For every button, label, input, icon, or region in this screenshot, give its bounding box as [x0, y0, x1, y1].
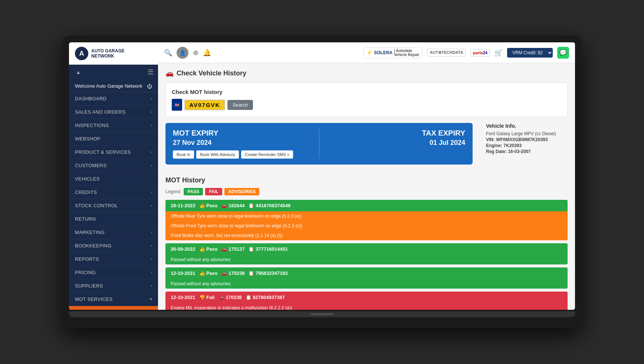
laptop-screen: A AUTO GARAGE NETWORK ▲ ☰ Welcome Auto G… [69, 42, 575, 310]
parts-badge: parts24 [470, 49, 490, 56]
mot-record-4-header: 12-10-2021 👎 Fail 🚗 170238 📋 82780493738… [165, 292, 568, 303]
sidebar-item-vehicles[interactable]: VEHICLES [69, 172, 158, 186]
chevron-icon: › [151, 190, 152, 194]
sidebar-item-products[interactable]: PRODUCT & SERVICES › [69, 146, 158, 159]
record-4-date: 12-10-2021 [171, 295, 196, 300]
bell-icon[interactable]: 🔔 [203, 49, 211, 57]
mot-left: MOT EXPIRY 27 Nov 2024 Book In Book With… [173, 129, 308, 159]
hamburger-icon[interactable]: ☰ [148, 68, 154, 76]
reminder-sms-button[interactable]: Create Reminder SMS » [241, 150, 293, 159]
page-area: 🚗 Check Vehicle History Check MOT histor… [158, 63, 575, 310]
page-title: Check Vehicle History [177, 69, 246, 77]
record-1-detail-3: Front Brake disc worn, but not excessive… [165, 231, 568, 240]
sidebar-item-mot-history-check[interactable]: Mot History Check [69, 306, 158, 310]
car-icon: 🚗 [165, 69, 174, 77]
mot-expiry-date: 27 Nov 2024 [173, 139, 308, 147]
legend-fail: FAIL [205, 188, 222, 195]
autotech-badge: AUT⊕TECHDATA [427, 49, 466, 56]
record-3-date: 12-10-2021 [171, 270, 196, 276]
chevron-icon: › [151, 270, 152, 274]
record-1-detail-1: Offside Rear Tyre worn close to legal li… [165, 211, 568, 221]
laptop-frame: A AUTO GARAGE NETWORK ▲ ☰ Welcome Auto G… [62, 36, 582, 328]
mot-history-section: MOT History Legend: PASS FAIL ADVISORIES… [165, 176, 568, 310]
record-2-thumb: 👍 Pass [199, 246, 218, 252]
record-3-thumb: 👍 Pass [199, 270, 218, 276]
record-4-detail-1: Engine MIL inoperative or indicates a ma… [165, 303, 568, 310]
record-1-thumb: 👍 Pass [199, 203, 218, 208]
mot-right: TAX EXPIRY 01 Jul 2024 [331, 129, 466, 159]
cart-icon[interactable]: 🛒 [494, 49, 503, 57]
legend-pass: PASS [184, 188, 203, 195]
vehicle-engine: Engine: 7K20393 [486, 143, 568, 148]
plate-input[interactable] [184, 100, 225, 110]
record-3-detail-1: Passed without any advisories [165, 279, 568, 289]
mot-record-1: 28-11-2023 👍 Pass 🚗 182644 📋 44167063745… [165, 200, 568, 240]
sidebar-item-stock[interactable]: STOCK CONTROL › [69, 199, 158, 212]
search-bar: 🇬🇧 Search [172, 99, 561, 111]
check-mot-box: Check MOT history 🇬🇧 Search [165, 82, 568, 117]
record-2-detail-1: Passed without any advisories [165, 255, 568, 264]
add-icon[interactable]: ⊕ [193, 49, 198, 57]
mot-banner: MOT EXPIRY 27 Nov 2024 Book In Book With… [165, 123, 473, 165]
sidebar-item-customers[interactable]: CUSTOMERS › [69, 159, 158, 172]
sidebar-item-bookkeeping[interactable]: BOOKKEEPING › [69, 239, 158, 253]
tax-expiry-date: 01 Jul 2024 [331, 139, 466, 147]
sidebar-item-inspections[interactable]: INSPECTIONS › [69, 119, 158, 132]
mot-record-4: 12-10-2021 👎 Fail 🚗 170238 📋 82780493738… [165, 292, 568, 310]
record-4-mileage: 🚗 170238 [218, 295, 242, 300]
topbar: 🔍 👤 ⊕ 🔔 ⚡ SOLERA | AutodataVehicle Repai… [158, 42, 575, 63]
book-in-button[interactable]: Book In [173, 150, 194, 159]
check-mot-title: Check MOT history [172, 89, 561, 95]
mot-divider [319, 129, 319, 159]
chevron-icon: › [151, 163, 152, 168]
sidebar: A AUTO GARAGE NETWORK ▲ ☰ Welcome Auto G… [69, 42, 158, 310]
chevron-icon: › [151, 257, 152, 261]
logo-text: AUTO GARAGE NETWORK [91, 48, 125, 59]
power-icon[interactable]: ⏻ [147, 83, 152, 89]
mot-record-2-header: 26-09-2022 👍 Pass 🚗 175137 📋 37771601445… [165, 243, 568, 255]
record-1-mileage: 🚗 182644 [221, 203, 244, 208]
record-3-mileage: 🚗 170238 [221, 270, 244, 276]
sidebar-item-mot-services[interactable]: MOT SERVICES ▾ [69, 293, 158, 306]
chevron-icon: › [151, 203, 152, 208]
book-advisory-button[interactable]: Book With Advisory [196, 150, 239, 159]
chevron-icon: › [151, 230, 152, 234]
record-2-mileage: 🚗 175137 [221, 246, 244, 252]
sidebar-item-suppliers[interactable]: SUPPLIERS › [69, 279, 158, 293]
uk-flag-icon: 🇬🇧 [175, 103, 179, 107]
sidebar-up-arrow[interactable]: ▲ [73, 67, 83, 77]
chevron-icon: › [151, 283, 152, 288]
mot-history-title: MOT History [165, 176, 568, 184]
sidebar-item-credits[interactable]: CREDITS › [69, 186, 158, 199]
legend-advisory: ADVISORIES [224, 188, 259, 195]
mot-record-1-header: 28-11-2023 👍 Pass 🚗 182644 📋 44167063745… [165, 200, 568, 211]
record-3-cert: 📋 795632347192 [248, 270, 288, 276]
tax-expiry-label: TAX EXPIRY [331, 129, 466, 137]
record-4-cert: 📋 827804937387 [246, 295, 285, 300]
record-2-cert: 📋 377716014451 [248, 246, 288, 252]
vrm-credit-select[interactable]: VRM Credit: 82 [507, 48, 553, 58]
mot-record-3-header: 12-10-2021 👍 Pass 🚗 170238 📋 79563234719… [165, 267, 568, 279]
sidebar-item-dashboard[interactable]: DASHBOARD › [69, 92, 158, 105]
mot-expiry-label: MOT EXPIRY [173, 129, 308, 137]
record-1-detail-2: Offside Front Tyre worn close to legal l… [165, 221, 568, 231]
sidebar-item-webshop[interactable]: WEBSHOP [69, 132, 158, 146]
whatsapp-icon[interactable]: 💬 [557, 47, 569, 59]
search-icon[interactable]: 🔍 [164, 49, 172, 57]
user-avatar[interactable]: 👤 [177, 47, 188, 59]
vehicle-reg-date: Reg Date: 16-03-2007 [486, 149, 568, 154]
sidebar-item-reports[interactable]: REPORTS › [69, 253, 158, 266]
search-button[interactable]: Search [227, 100, 253, 110]
main-content: 🔍 👤 ⊕ 🔔 ⚡ SOLERA | AutodataVehicle Repai… [158, 42, 575, 310]
welcome-text: Welcome Auto Garage Network [75, 83, 142, 90]
sidebar-item-marketing[interactable]: MARKETING › [69, 226, 158, 239]
sidebar-item-return[interactable]: RETURN [69, 212, 158, 226]
chevron-icon: › [151, 123, 152, 127]
vehicle-info-title: Vehicle Info. [486, 123, 568, 129]
vehicle-info-box: Vehicle Info. Ford Galaxy Large MPV (cc … [486, 123, 568, 155]
sidebar-logo: A AUTO GARAGE NETWORK [69, 42, 158, 65]
sidebar-item-pricing[interactable]: PRICING › [69, 266, 158, 279]
record-1-cert: 📋 4416706374549 [248, 203, 290, 208]
sidebar-item-sales[interactable]: SALES AND ORDERS › [69, 105, 158, 119]
app-wrapper: A AUTO GARAGE NETWORK ▲ ☰ Welcome Auto G… [69, 42, 575, 310]
